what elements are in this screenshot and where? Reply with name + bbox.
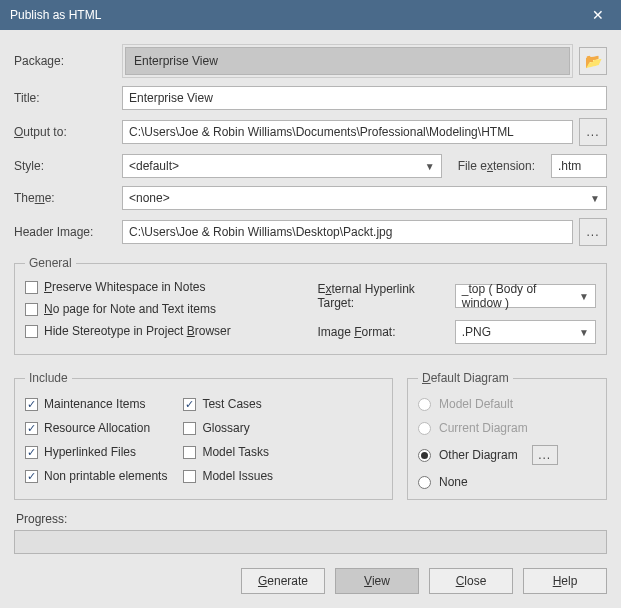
file-ext-label: File extension: — [458, 159, 535, 173]
close-icon[interactable]: ✕ — [583, 7, 613, 23]
header-image-input[interactable] — [122, 220, 573, 244]
ellipsis-icon: ... — [586, 225, 599, 239]
image-format-label: Image Format: — [317, 325, 444, 339]
no-page-note-checkbox[interactable]: No page for Note and Text items — [25, 302, 317, 316]
maintenance-checkbox[interactable]: Maintenance Items — [25, 397, 167, 411]
testcases-checkbox[interactable]: Test Cases — [183, 397, 273, 411]
radio-icon — [418, 476, 431, 489]
style-select[interactable]: <default> ▼ — [122, 154, 442, 178]
header-image-label: Header Image: — [14, 225, 122, 239]
checkbox-icon — [25, 422, 38, 435]
theme-label: Theme: — [14, 191, 122, 205]
browse-output-button[interactable]: ... — [579, 118, 607, 146]
help-button[interactable]: Help — [523, 568, 607, 594]
hide-stereotype-checkbox[interactable]: Hide Stereotype in Project Browser — [25, 324, 317, 338]
hyperlinked-checkbox[interactable]: Hyperlinked Files — [25, 445, 167, 459]
preserve-whitespace-checkbox[interactable]: Preserve Whitespace in Notes — [25, 280, 317, 294]
checkbox-icon — [183, 446, 196, 459]
external-target-select[interactable]: _top ( Body of window ) ▼ — [455, 284, 596, 308]
modelissues-checkbox[interactable]: Model Issues — [183, 469, 273, 483]
other-diagram-browse-button[interactable]: ... — [532, 445, 558, 465]
file-ext-input[interactable]: .htm — [551, 154, 607, 178]
nonprintable-checkbox[interactable]: Non printable elements — [25, 469, 167, 483]
radio-icon — [418, 422, 431, 435]
window-title: Publish as HTML — [10, 8, 101, 22]
checkbox-icon — [183, 398, 196, 411]
browse-package-button[interactable]: 📂 — [579, 47, 607, 75]
checkbox-icon — [25, 281, 38, 294]
generate-button[interactable]: Generate — [241, 568, 325, 594]
package-label: Package: — [14, 54, 122, 68]
output-label: Output to: — [14, 125, 122, 139]
close-button[interactable]: Close — [429, 568, 513, 594]
include-group: Include Maintenance Items Resource Alloc… — [14, 371, 393, 500]
checkbox-icon — [25, 470, 38, 483]
file-ext-value: .htm — [558, 159, 581, 173]
progress-label: Progress: — [16, 512, 607, 526]
ellipsis-icon: ... — [538, 448, 551, 462]
other-diagram-radio[interactable]: Other Diagram ... — [418, 445, 596, 465]
theme-value: <none> — [129, 191, 170, 205]
checkbox-icon — [25, 446, 38, 459]
dialog-body: Package: Enterprise View 📂 Title: Output… — [0, 30, 621, 602]
none-radio[interactable]: None — [418, 475, 596, 489]
caret-icon: ▼ — [579, 291, 589, 302]
general-group: General Preserve Whitespace in Notes No … — [14, 256, 607, 355]
title-bar: Publish as HTML ✕ — [0, 0, 621, 30]
resource-checkbox[interactable]: Resource Allocation — [25, 421, 167, 435]
footer-buttons: Generate View Close Help — [14, 568, 607, 594]
ellipsis-icon: ... — [586, 125, 599, 139]
style-label: Style: — [14, 159, 122, 173]
include-legend: Include — [25, 371, 72, 385]
external-target-value: _top ( Body of window ) — [462, 282, 573, 310]
checkbox-icon — [25, 325, 38, 338]
package-field-wrap: Enterprise View — [122, 44, 573, 78]
checkbox-icon — [183, 422, 196, 435]
folder-icon: 📂 — [585, 53, 602, 69]
caret-icon: ▼ — [425, 161, 435, 172]
model-default-radio: Model Default — [418, 397, 596, 411]
package-field: Enterprise View — [125, 47, 570, 75]
radio-icon — [418, 449, 431, 462]
radio-icon — [418, 398, 431, 411]
image-format-select[interactable]: .PNG ▼ — [455, 320, 596, 344]
modeltasks-checkbox[interactable]: Model Tasks — [183, 445, 273, 459]
title-input[interactable] — [122, 86, 607, 110]
title-label: Title: — [14, 91, 122, 105]
default-diagram-legend: Default Diagram — [418, 371, 513, 385]
external-target-label: External Hyperlink Target: — [317, 282, 444, 310]
caret-icon: ▼ — [579, 327, 589, 338]
theme-select[interactable]: <none> ▼ — [122, 186, 607, 210]
view-button[interactable]: View — [335, 568, 419, 594]
glossary-checkbox[interactable]: Glossary — [183, 421, 273, 435]
current-diagram-radio: Current Diagram — [418, 421, 596, 435]
image-format-value: .PNG — [462, 325, 491, 339]
general-legend: General — [25, 256, 76, 270]
default-diagram-group: Default Diagram Model Default Current Di… — [407, 371, 607, 500]
checkbox-icon — [25, 398, 38, 411]
caret-icon: ▼ — [590, 193, 600, 204]
checkbox-icon — [25, 303, 38, 316]
output-input[interactable] — [122, 120, 573, 144]
progress-bar — [14, 530, 607, 554]
style-value: <default> — [129, 159, 179, 173]
checkbox-icon — [183, 470, 196, 483]
browse-header-image-button[interactable]: ... — [579, 218, 607, 246]
